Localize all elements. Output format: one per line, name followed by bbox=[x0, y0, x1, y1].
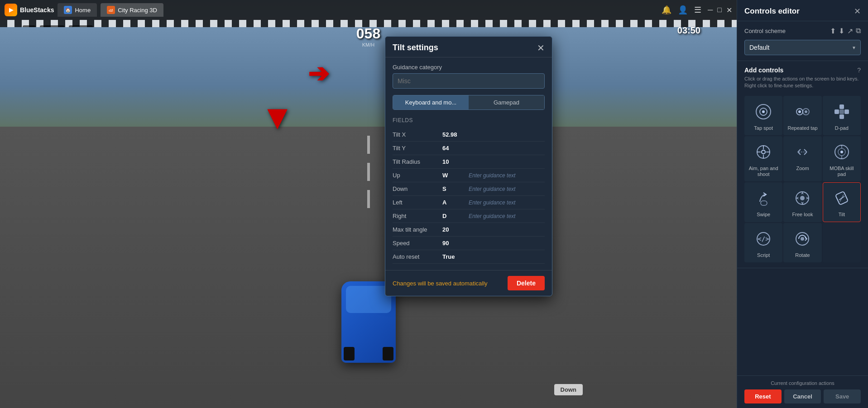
control-freelook[interactable]: Free look bbox=[783, 182, 821, 222]
field-row-speed: Speed 90 bbox=[393, 237, 545, 250]
game-area: ▶ BlueStacks 🏠 Home 🏎 City Racing 3D 🔔 👤… bbox=[0, 0, 737, 408]
svg-point-8 bbox=[805, 110, 807, 113]
game-tab-label: City Racing 3D bbox=[118, 7, 157, 14]
road-marking-1 bbox=[367, 136, 370, 154]
field-down-value[interactable]: S bbox=[442, 185, 465, 192]
field-row-up: Up W Enter guidance text bbox=[393, 169, 545, 182]
rotate-label: Rotate bbox=[795, 252, 810, 258]
field-right-guidance[interactable]: Enter guidance text bbox=[469, 213, 515, 219]
field-up-guidance[interactable]: Enter guidance text bbox=[469, 172, 515, 179]
scheme-copy-icon[interactable]: ⧉ bbox=[856, 27, 861, 35]
control-script[interactable]: </> Script bbox=[744, 223, 782, 262]
field-left-value[interactable]: A bbox=[442, 199, 465, 206]
field-maxtilt-value[interactable]: 20 bbox=[442, 226, 465, 233]
field-right-value[interactable]: D bbox=[442, 213, 465, 219]
field-speed-value[interactable]: 90 bbox=[442, 240, 465, 247]
gamepad-tab-btn[interactable]: Gamepad bbox=[469, 95, 544, 109]
keyboard-tab-btn[interactable]: Keyboard and mo... bbox=[393, 95, 469, 109]
control-scheme-label: Control scheme bbox=[744, 28, 786, 34]
field-row-tiltradius: Tilt Radius 10 bbox=[393, 155, 545, 169]
minimize-btn[interactable]: ─ bbox=[708, 6, 713, 14]
home-tab-label: Home bbox=[75, 7, 91, 14]
car-wheel-br bbox=[383, 347, 393, 361]
menu-icon[interactable]: ☰ bbox=[694, 5, 701, 15]
svg-rect-11 bbox=[834, 109, 839, 114]
notification-icon[interactable]: 🔔 bbox=[662, 5, 671, 15]
road-marking-2 bbox=[367, 163, 370, 181]
field-up-value[interactable]: W bbox=[442, 172, 465, 179]
swipe-icon bbox=[753, 188, 773, 208]
tap-spot-icon bbox=[753, 102, 773, 122]
bluestacks-name: BlueStacks bbox=[20, 6, 54, 14]
field-tilty-name: Tilt Y bbox=[393, 145, 442, 152]
reset-button[interactable]: Reset bbox=[744, 389, 782, 403]
cancel-button[interactable]: Cancel bbox=[784, 389, 821, 403]
save-button[interactable]: Save bbox=[824, 389, 861, 403]
top-bar: ▶ BlueStacks 🏠 Home 🏎 City Racing 3D 🔔 👤… bbox=[0, 0, 737, 20]
tilt-close-button[interactable]: ✕ bbox=[537, 43, 545, 52]
tilt-dialog-body: Guidance category Keyboard and mo... Gam… bbox=[385, 57, 552, 270]
control-dpad[interactable]: D-pad bbox=[823, 96, 861, 135]
control-moba[interactable]: MOBA skill pad bbox=[823, 136, 861, 181]
control-tap-spot[interactable]: Tap spot bbox=[744, 96, 782, 135]
editor-spacer bbox=[737, 268, 868, 375]
control-repeated-tap[interactable]: Repeated tap bbox=[783, 96, 821, 135]
control-zoom[interactable]: Zoom bbox=[783, 136, 821, 181]
close-btn[interactable]: ✕ bbox=[726, 6, 732, 14]
speed-unit: KM/H bbox=[356, 42, 380, 47]
controls-editor: Controls editor ✕ Control scheme ⬆ ⬇ ↗ ⧉… bbox=[737, 0, 868, 408]
field-row-autoreset: Auto reset True bbox=[393, 250, 545, 264]
svg-point-28 bbox=[800, 196, 805, 200]
tilt-dialog-header: Tilt settings ✕ bbox=[385, 37, 552, 57]
field-row-maxtilt: Max tilt angle 20 bbox=[393, 223, 545, 237]
field-autoreset-value[interactable]: True bbox=[442, 253, 465, 260]
guidance-category-input[interactable] bbox=[393, 73, 545, 89]
game-tab[interactable]: 🏎 City Racing 3D bbox=[101, 3, 163, 17]
down-button[interactable]: Down bbox=[554, 384, 583, 395]
auto-save-text: Changes will be saved automatically bbox=[393, 280, 488, 287]
moba-icon bbox=[832, 142, 852, 162]
scheme-action-icons: ⬆ ⬇ ↗ ⧉ bbox=[830, 27, 861, 35]
svg-rect-13 bbox=[839, 109, 844, 114]
car-wheel-bl bbox=[344, 347, 355, 361]
control-rotate[interactable]: Rotate bbox=[783, 223, 821, 262]
svg-point-6 bbox=[798, 110, 801, 113]
repeated-tap-icon bbox=[792, 102, 812, 122]
field-row-left: Left A Enter guidance text bbox=[393, 196, 545, 209]
bluestacks-logo: ▶ BlueStacks bbox=[5, 4, 54, 16]
svg-rect-26 bbox=[761, 201, 767, 205]
field-tiltradius-value[interactable]: 10 bbox=[442, 158, 465, 165]
tilt-dialog-footer: Changes will be saved automatically Dele… bbox=[385, 270, 552, 296]
control-swipe[interactable]: Swipe bbox=[744, 182, 782, 222]
field-tiltx-value[interactable]: 52.98 bbox=[442, 131, 465, 138]
controls-grid: Tap spot Repeated tap bbox=[744, 96, 861, 262]
maximize-btn[interactable]: □ bbox=[717, 6, 722, 14]
editor-close-button[interactable]: ✕ bbox=[854, 6, 861, 16]
home-tab[interactable]: 🏠 Home bbox=[58, 3, 97, 17]
scheme-select[interactable]: Default bbox=[744, 40, 861, 55]
scheme-upload-icon[interactable]: ⬆ bbox=[830, 27, 836, 35]
freelook-icon bbox=[792, 188, 812, 208]
action-buttons: Reset Cancel Save bbox=[744, 389, 861, 403]
scheme-download-icon[interactable]: ⬇ bbox=[839, 27, 844, 35]
control-aim-pan-shoot[interactable]: Aim, pan and shoot bbox=[744, 136, 782, 181]
arrow-right-indicator: ➔ bbox=[308, 59, 329, 88]
field-left-guidance[interactable]: Enter guidance text bbox=[469, 199, 515, 206]
config-actions-label: Current configuration actions bbox=[744, 380, 861, 386]
control-tilt[interactable]: Tilt bbox=[823, 182, 861, 222]
field-left-name: Left bbox=[393, 199, 442, 206]
script-icon: </> bbox=[753, 229, 773, 249]
svg-point-4 bbox=[762, 110, 765, 113]
add-controls-title: Add controls bbox=[744, 66, 783, 74]
svg-point-35 bbox=[801, 237, 804, 241]
field-tilty-value[interactable]: 64 bbox=[442, 145, 465, 152]
aim-pan-shoot-label: Aim, pan and shoot bbox=[748, 166, 779, 177]
add-controls-help[interactable]: ? bbox=[857, 66, 861, 74]
dpad-label: D-pad bbox=[835, 125, 849, 131]
profile-icon[interactable]: 👤 bbox=[678, 5, 688, 15]
zoom-icon bbox=[792, 142, 812, 162]
scheme-share-icon[interactable]: ↗ bbox=[847, 27, 853, 35]
delete-button[interactable]: Delete bbox=[508, 276, 545, 290]
field-down-guidance[interactable]: Enter guidance text bbox=[469, 186, 515, 192]
road bbox=[0, 127, 737, 408]
